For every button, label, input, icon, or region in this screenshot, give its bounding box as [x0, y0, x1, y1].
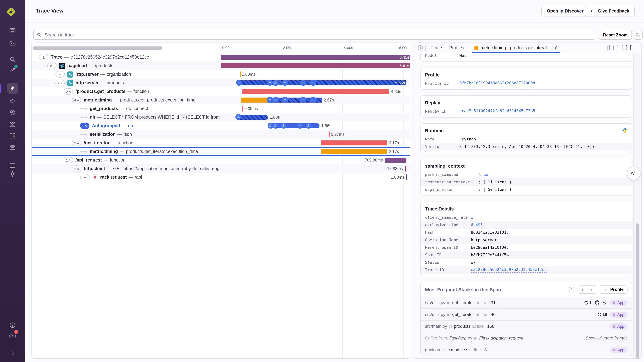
- span-row-db[interactable]: db—SELECT * FROM products WHERE id IN (S…: [32, 113, 410, 122]
- performance-issue-icon[interactable]: ⚠: [282, 80, 288, 86]
- span-bar[interactable]: [385, 158, 406, 163]
- span-row-get-products[interactable]: get_products—db.connect0.09ms: [32, 104, 410, 113]
- span-bar[interactable]: [242, 89, 389, 94]
- sentry-logo-icon[interactable]: [5, 5, 18, 18]
- span-row--get-iterator[interactable]: 1 ˄/get_iterator—function2.17s: [32, 139, 410, 147]
- span-tick[interactable]: [240, 71, 240, 77]
- stack-frame-row[interactable]: src/utils.pyinget_iteratorat line311In A…: [421, 297, 632, 308]
- seer-icon[interactable]: [602, 300, 607, 305]
- sidebar-item-crons-siren[interactable]: [7, 119, 18, 130]
- span-row--products-get-products[interactable]: 2 ˄/products.get_products—function4.83s: [32, 87, 410, 96]
- expand-chevron-icon[interactable]: ❯: [479, 180, 481, 184]
- stack-frame-row[interactable]: src/main.pyinproductsat line158In App: [421, 320, 632, 332]
- span-tick[interactable]: [405, 166, 406, 172]
- give-feedback-button[interactable]: Give Feedback: [585, 6, 635, 16]
- span-count-badge[interactable]: 2 ˅: [56, 80, 65, 86]
- pin-icon[interactable]: [554, 46, 558, 50]
- help-icon[interactable]: ?: [568, 287, 574, 292]
- span-row-serialization[interactable]: serialization—json0.27ms: [32, 130, 410, 139]
- span-count-badge[interactable]: +: [80, 174, 90, 181]
- span-count-badge[interactable]: 1 ˄: [64, 157, 73, 163]
- open-in-discover-button[interactable]: Open in Discover: [541, 6, 589, 16]
- performance-issue-icon[interactable]: ⚠: [310, 97, 316, 103]
- sidebar-item-collapse[interactable]: [7, 348, 18, 359]
- span-count-badge[interactable]: +: [56, 71, 65, 78]
- stack-frame-row[interactable]: gunicornin<module>at line8In App: [421, 344, 632, 356]
- sidebar-item-search[interactable]: [7, 54, 18, 65]
- span-bar[interactable]: 5.55s: [238, 80, 406, 85]
- span-tick[interactable]: [242, 106, 243, 112]
- performance-issue-icon[interactable]: ⚠: [273, 80, 279, 86]
- prev-stack-button[interactable]: ‹: [578, 286, 586, 293]
- floating-feedback-button[interactable]: [627, 167, 640, 180]
- span-row-metric-timing[interactable]: 4 ˄metric.timing—products.get_products.e…: [32, 96, 410, 104]
- performance-issue-icon[interactable]: ⚠: [306, 123, 312, 129]
- sidebar-item-alerts-megaphone[interactable]: [7, 96, 18, 107]
- expand-chevron-icon[interactable]: ❯: [479, 188, 481, 191]
- span-count-badge[interactable]: 5 ˅: [80, 123, 90, 129]
- performance-issue-icon[interactable]: ⚠: [236, 80, 242, 86]
- span-row-pageload[interactable]: 2+pageload—/products6.41s: [32, 61, 410, 70]
- detail-value[interactable]: 8fb7bb1891994f8c862f206e8722009d: [460, 81, 535, 86]
- span-row--api-request[interactable]: 1 ˄/api_request—function709.80ms: [32, 156, 410, 164]
- performance-issue-icon[interactable]: ⚠: [300, 80, 306, 86]
- drawer-scrollbar-thumb[interactable]: [636, 223, 639, 359]
- sidebar-item-whats-new[interactable]: [7, 331, 18, 341]
- span-row-metric-timing[interactable]: metric.timing—products.get_iterator.exec…: [32, 147, 410, 156]
- span-bar[interactable]: [241, 98, 322, 103]
- show-more-frames-link[interactable]: Show 19 more frames: [586, 336, 628, 341]
- span-count-badge[interactable]: 4 ˄: [72, 97, 81, 103]
- detail-value[interactable]: e31278c256524c3297e2cd12458e12cc: [471, 267, 547, 273]
- reset-zoom-button[interactable]: Reset Zoom: [599, 30, 632, 40]
- profile-button[interactable]: Profile: [600, 285, 628, 294]
- span-bar[interactable]: [321, 141, 387, 146]
- performance-issue-icon[interactable]: ⚠: [297, 123, 303, 129]
- span-tick[interactable]: [329, 132, 330, 137]
- performance-issue-icon[interactable]: ⚠: [300, 97, 306, 103]
- span-bar[interactable]: [238, 115, 268, 120]
- search-in-trace[interactable]: [33, 30, 595, 40]
- span-bar[interactable]: 6.41s: [221, 63, 410, 68]
- performance-issue-icon[interactable]: ⚠: [280, 123, 286, 129]
- span-row-http-server[interactable]: 2 ˅http.server—products5.55s⚠⚠⚠⚠⚠⚠: [32, 79, 410, 87]
- span-count-badge[interactable]: 1: [39, 54, 48, 60]
- performance-issue-icon[interactable]: ⚠: [282, 97, 288, 103]
- drawer-scrollbar-track[interactable]: [633, 53, 642, 359]
- dock-bottom-button[interactable]: [617, 45, 623, 50]
- sidebar-item-help[interactable]: [7, 320, 18, 331]
- span-row-http-server[interactable]: +http.server—organization1.00ms: [32, 70, 410, 79]
- sidebar-item-insights[interactable]: [7, 65, 18, 75]
- span-bar[interactable]: [321, 149, 387, 154]
- sidebar-item-dashboards[interactable]: [7, 130, 18, 141]
- performance-issue-icon[interactable]: ⚠: [310, 80, 316, 86]
- detail-value[interactable]: ecae7c51f0024f2fa82e6314045d73b5: [460, 109, 535, 114]
- sidebar-item-settings[interactable]: [7, 169, 18, 180]
- stack-frame-row[interactable]: src/utils.pyinget_iteratorat line4016In …: [421, 308, 632, 320]
- tab-profiles[interactable]: Profiles: [446, 43, 468, 53]
- span-row-autogrouped[interactable]: 5 ˅Autogrouped—db1.66s⚠⚠⚠⚠⚠: [32, 122, 410, 130]
- span-count-badge[interactable]: 1 ˄: [72, 140, 81, 146]
- performance-issue-icon[interactable]: ⚠: [236, 114, 242, 120]
- sidebar-item-releases[interactable]: [7, 142, 18, 153]
- minimap-scrollbar[interactable]: [32, 46, 162, 50]
- tab-span-details-active[interactable]: metric.timing - products.get_iterat…: [471, 43, 562, 53]
- next-stack-button[interactable]: ›: [586, 286, 596, 293]
- span-count-badge[interactable]: 1 ˄: [72, 166, 81, 172]
- sidebar-item-replays[interactable]: [7, 107, 18, 118]
- dock-right-button[interactable]: [626, 45, 632, 50]
- performance-issue-icon[interactable]: ⚠: [273, 123, 279, 129]
- span-count-badge[interactable]: 2 ˄: [64, 88, 73, 95]
- sidebar-item-traces[interactable]: [7, 83, 18, 94]
- collapse-drawer-button[interactable]: [418, 45, 423, 51]
- span-row-rack-request[interactable]: +rack.request—/api1.00ms: [32, 173, 410, 181]
- performance-issue-icon[interactable]: ⚠: [273, 97, 279, 103]
- dock-left-button[interactable]: [608, 45, 614, 50]
- sidebar-item-issues[interactable]: [7, 25, 18, 36]
- tab-trace[interactable]: Trace: [427, 43, 446, 53]
- performance-issue-icon[interactable]: ⚠: [267, 97, 273, 103]
- span-tick[interactable]: [406, 175, 407, 180]
- stack-called-from-row[interactable]: Called from: flask/app.pyinFlask.dispatc…: [421, 332, 632, 344]
- span-row-http-client[interactable]: 1 ˄http.client—GET https://application-m…: [32, 164, 410, 173]
- span-count-badge[interactable]: 2+: [47, 62, 56, 69]
- performance-issue-icon[interactable]: ⚠: [267, 80, 273, 86]
